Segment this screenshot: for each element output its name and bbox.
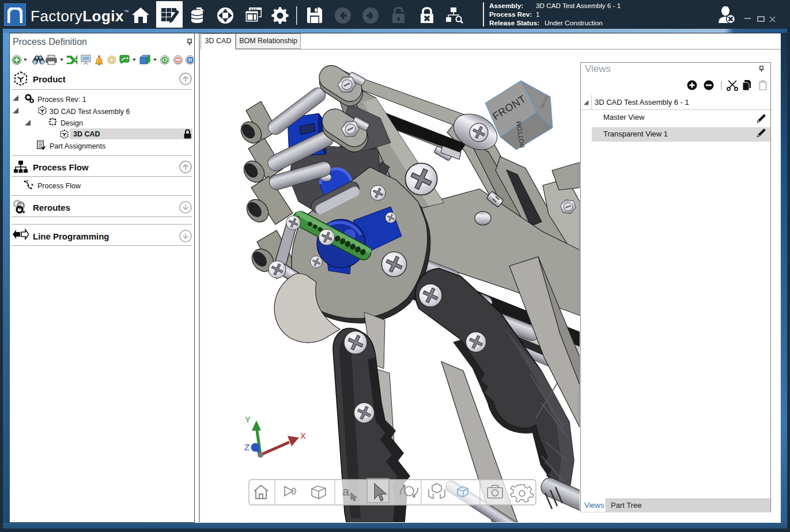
svg-text:Y: Y (245, 415, 251, 424)
svg-text:a: a (342, 484, 350, 499)
svg-text:Z: Z (244, 442, 250, 452)
svg-text:X: X (300, 431, 306, 440)
